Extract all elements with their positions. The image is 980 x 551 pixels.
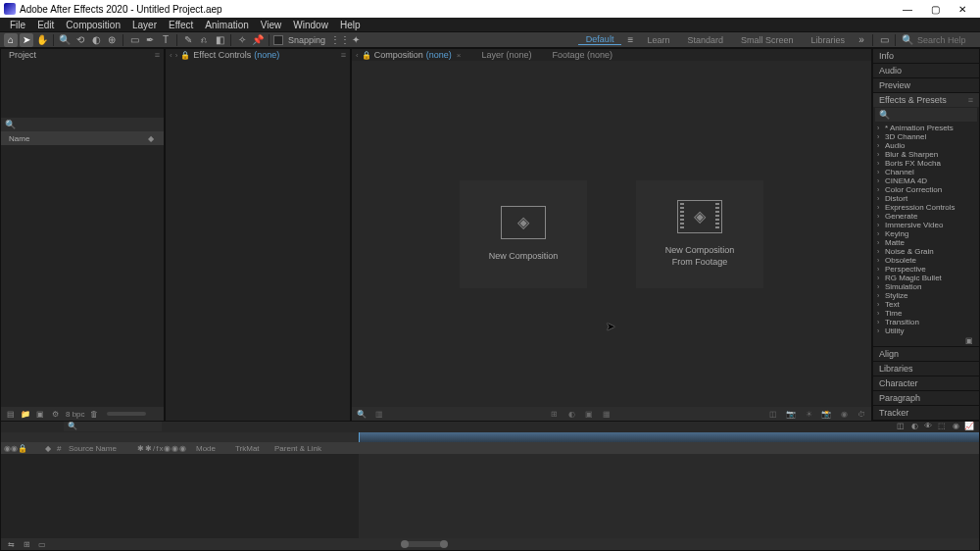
- ep-category[interactable]: ›Matte: [875, 238, 977, 247]
- snap-opt2-icon[interactable]: ✦: [349, 33, 363, 47]
- mask-icon[interactable]: ◐: [565, 408, 577, 420]
- shape-tool[interactable]: ▭: [127, 33, 141, 47]
- brush-tool[interactable]: ✎: [181, 33, 195, 47]
- parent-header[interactable]: Parent & Link: [271, 444, 330, 453]
- snap-opt-icon[interactable]: ⋮⋮: [333, 33, 347, 47]
- toggle-switches-icon[interactable]: ⇆: [5, 539, 17, 549]
- audio-panel-tab[interactable]: Audio: [873, 64, 979, 77]
- toggle-modes-icon[interactable]: ⊞: [21, 539, 32, 549]
- resolution-icon[interactable]: ▥: [373, 408, 385, 420]
- snapping-checkbox[interactable]: [273, 35, 283, 45]
- search-help-input[interactable]: [917, 35, 976, 45]
- menu-composition[interactable]: Composition: [60, 20, 126, 30]
- ep-category[interactable]: ›Stylize: [875, 291, 977, 300]
- viewer-nav-prev-icon[interactable]: ‹: [356, 51, 359, 60]
- paragraph-panel-tab[interactable]: Paragraph: [873, 391, 979, 405]
- project-search[interactable]: 🔍: [1, 118, 164, 131]
- workspace-default-menu-icon[interactable]: ≡: [623, 33, 637, 46]
- align-panel-tab[interactable]: Align: [873, 347, 979, 361]
- camera-icon[interactable]: 📷: [785, 408, 797, 420]
- effects-presets-tab[interactable]: Effects & Presets≡: [873, 93, 979, 107]
- layer-tab[interactable]: Layer (none): [481, 50, 531, 60]
- comp-tab-close-icon[interactable]: ×: [457, 51, 462, 60]
- menu-window[interactable]: Window: [287, 20, 334, 30]
- puppet-tool[interactable]: 📌: [251, 33, 265, 47]
- fx-lock-icon[interactable]: 🔒: [180, 51, 190, 60]
- project-panel-menu-icon[interactable]: ≡: [155, 50, 160, 60]
- region-icon[interactable]: ▣: [583, 408, 595, 420]
- zoom-tool[interactable]: 🔍: [58, 33, 72, 47]
- preview-panel-tab[interactable]: Preview: [873, 78, 979, 92]
- new-composition-from-footage-button[interactable]: ◈ New CompositionFrom Footage: [636, 180, 763, 288]
- hand-tool[interactable]: ✋: [35, 33, 49, 47]
- project-tab[interactable]: Project: [5, 50, 40, 60]
- fx-nav-prev-icon[interactable]: ‹: [170, 51, 172, 60]
- snapshot-icon[interactable]: 📸: [820, 408, 832, 420]
- ep-category[interactable]: ›Text: [875, 300, 977, 309]
- info-panel-tab[interactable]: Info: [873, 49, 979, 63]
- reset-workspace-icon[interactable]: ▭: [877, 33, 891, 46]
- menu-layer[interactable]: Layer: [126, 20, 163, 30]
- menu-animation[interactable]: Animation: [199, 20, 254, 30]
- menu-help[interactable]: Help: [334, 20, 367, 30]
- roto-tool[interactable]: ✧: [235, 33, 249, 47]
- ep-category[interactable]: ›Utility: [875, 326, 977, 335]
- fx-nav-next-icon[interactable]: ›: [175, 51, 178, 60]
- effects-presets-search[interactable]: 🔍: [875, 108, 977, 122]
- fx-tab[interactable]: Effect Controls: [193, 50, 251, 60]
- project-thumb-slider[interactable]: [107, 412, 146, 416]
- selection-tool[interactable]: ➤: [20, 33, 33, 47]
- ep-category[interactable]: ›Immersive Video: [875, 221, 977, 229]
- 3d-view-icon[interactable]: ◫: [767, 408, 779, 420]
- orbit-tool[interactable]: ⟲: [74, 33, 87, 47]
- channel-icon[interactable]: ◉: [838, 408, 850, 420]
- project-settings-icon[interactable]: ⚙: [49, 408, 61, 420]
- new-comp-icon[interactable]: ▣: [34, 408, 46, 420]
- ep-category[interactable]: ›RG Magic Bullet: [875, 274, 977, 282]
- home-tool[interactable]: ⌂: [4, 33, 18, 47]
- layer-list[interactable]: [1, 454, 359, 538]
- ep-category[interactable]: ›Boris FX Mocha: [875, 159, 977, 168]
- ep-category[interactable]: ›Transition: [875, 318, 977, 326]
- grid-icon[interactable]: ⊞: [548, 408, 560, 420]
- menu-view[interactable]: View: [255, 20, 288, 30]
- close-button[interactable]: ✕: [949, 0, 976, 18]
- tracker-panel-tab[interactable]: Tracker: [873, 406, 979, 420]
- new-folder-icon[interactable]: 📁: [20, 408, 31, 420]
- ep-category[interactable]: ›Color Correction: [875, 185, 977, 194]
- exposure-icon[interactable]: ☀: [803, 408, 814, 420]
- workspace-libraries[interactable]: Libraries: [803, 35, 853, 45]
- pen-tool[interactable]: ✒: [143, 33, 157, 47]
- new-preset-icon[interactable]: ▣: [965, 336, 975, 346]
- ep-category[interactable]: ›Obsolete: [875, 256, 977, 265]
- project-bpc[interactable]: 8 bpc: [66, 410, 85, 419]
- libraries-panel-tab[interactable]: Libraries: [873, 362, 979, 376]
- magnification-icon[interactable]: 🔍: [356, 408, 368, 420]
- toggle-pane-icon[interactable]: ▭: [36, 539, 48, 549]
- mag-value[interactable]: [391, 410, 393, 419]
- viewer-lock-icon[interactable]: 🔒: [362, 51, 371, 60]
- transparency-icon[interactable]: ▦: [601, 408, 612, 420]
- workspace-default[interactable]: Default: [578, 34, 622, 45]
- workspace-learn[interactable]: Learn: [639, 35, 677, 45]
- trkmat-header[interactable]: TrkMat: [232, 444, 271, 453]
- delete-icon[interactable]: 🗑: [88, 408, 100, 420]
- anchor-tool[interactable]: ⊕: [105, 33, 119, 47]
- comp-tab[interactable]: Composition: [374, 50, 423, 60]
- col-type-icon[interactable]: ◆: [146, 133, 156, 143]
- ep-panel-menu-icon[interactable]: ≡: [968, 95, 973, 105]
- ep-category[interactable]: ›Noise & Grain: [875, 247, 977, 256]
- workspace-small-screen[interactable]: Small Screen: [733, 35, 802, 45]
- timeline-zoom-slider[interactable]: [405, 541, 444, 547]
- new-composition-button[interactable]: ◈ New Composition: [460, 180, 587, 288]
- timecode-icon[interactable]: ⏱: [856, 408, 867, 420]
- playhead[interactable]: [359, 432, 360, 442]
- minimize-button[interactable]: —: [894, 0, 921, 18]
- workspace-overflow-icon[interactable]: »: [855, 33, 868, 46]
- ep-category[interactable]: ›Channel: [875, 168, 977, 176]
- footage-tab[interactable]: Footage (none): [552, 50, 612, 60]
- workspace-standard[interactable]: Standard: [679, 35, 731, 45]
- fx-panel-menu-icon[interactable]: ≡: [341, 50, 346, 60]
- menu-file[interactable]: File: [4, 20, 31, 30]
- ep-category[interactable]: ›* Animation Presets: [875, 124, 977, 132]
